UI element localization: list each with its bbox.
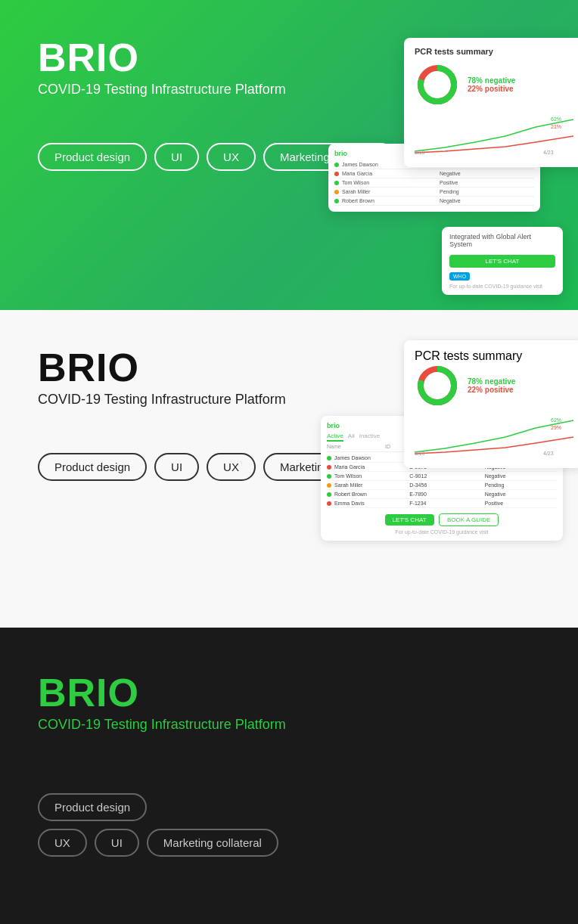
status-dot-green	[334, 163, 339, 167]
mockup-green: PCR tests summary 78% negative 22% posit…	[328, 38, 578, 295]
donut-chart-white	[415, 363, 460, 408]
donut-chart-green	[415, 62, 460, 107]
tag-product-design-white[interactable]: Product design	[38, 453, 147, 481]
tags-row-2: UX UI Marketing collateral	[38, 829, 540, 857]
footer-note-green: For up-to-date COVID-19 guidance visit	[449, 284, 555, 289]
legend-positive-white: 22% positive	[468, 386, 515, 394]
status-dot-red	[334, 172, 339, 176]
lets-chat-button[interactable]: LET'S CHAT	[449, 255, 555, 268]
tab-inactive[interactable]: Inactive	[359, 433, 381, 442]
tag-ui-green[interactable]: UI	[154, 143, 199, 171]
table-row-4: Sarah Miller Pending	[334, 188, 534, 197]
svg-text:4/23: 4/23	[543, 150, 554, 155]
svg-text:3/10: 3/10	[415, 150, 425, 155]
pcr-donut-row-green: 78% negative 22% positive	[415, 62, 575, 107]
line-chart-white: 62% 29% 3/10 4/23	[415, 414, 573, 456]
tag-ux-green[interactable]: UX	[207, 143, 256, 171]
tags-dark: Product design UX UI Marketing collatera…	[38, 793, 540, 857]
pcr-legend-white: 78% negative 22% positive	[468, 377, 515, 394]
pcr-donut-row-white: 78% negative 22% positive	[415, 363, 575, 408]
svg-point-2	[427, 74, 448, 95]
legend-positive-green: 22% positive	[468, 85, 515, 93]
tags-row-1: Product design	[38, 793, 540, 821]
pcr-title-white: PCR tests summary	[415, 349, 575, 363]
status-dot-green-3	[334, 199, 339, 203]
lets-chat-row: LET'S CHAT BOOK A GUIDE	[327, 511, 557, 527]
tag-product-design-green[interactable]: Product design	[38, 143, 147, 171]
svg-text:62%: 62%	[551, 417, 561, 423]
table-row-2: Maria Garcia Negative	[334, 169, 534, 178]
table-row-w-3: Tom Wilson C-9012 Negative	[327, 472, 557, 481]
footer-note-white: For up-to-date COVID-19 guidance visit	[327, 529, 557, 535]
status-dot-orange	[334, 190, 339, 194]
brand-subtitle-dark: COVID-19 Testing Infrastructure Platform	[38, 717, 540, 733]
chat-card-green: Integrated with Global Alert System LET'…	[442, 227, 563, 295]
legend-negative-green: 78% negative	[468, 76, 515, 85]
chat-title-green: Integrated with Global Alert System	[449, 233, 555, 248]
lets-chat-button-2[interactable]: LET'S CHAT	[385, 514, 434, 526]
legend-negative-white: 78% negative	[468, 377, 515, 386]
table-row-w-5: Robert Brown E-7890 Negative	[327, 490, 557, 499]
svg-text:62%: 62%	[551, 116, 561, 122]
tag-ux-white[interactable]: UX	[207, 453, 256, 481]
table-row-3: Tom Wilson Positive	[334, 178, 534, 188]
tab-all[interactable]: All	[348, 433, 355, 442]
mockup-white: PCR tests summary 78% negative 22% posit…	[313, 340, 578, 628]
svg-text:3/10: 3/10	[415, 451, 425, 456]
who-badge: WHO	[449, 272, 470, 281]
section-white: BRIO COVID-19 Testing Infrastructure Pla…	[0, 310, 578, 628]
section-dark: BRIO COVID-19 Testing Infrastructure Pla…	[0, 628, 578, 924]
pcr-card-green: PCR tests summary 78% negative 22% posit…	[404, 38, 578, 167]
tag-product-design-dark[interactable]: Product design	[38, 793, 147, 821]
tab-active[interactable]: Active	[327, 433, 343, 442]
table-row-5: Robert Brown Negative	[334, 197, 534, 206]
table-row-w-4: Sarah Miller D-3456 Pending	[327, 481, 557, 490]
brand-title-dark: BRIO	[38, 673, 540, 712]
status-dot-green-2	[334, 181, 339, 185]
svg-point-9	[427, 375, 448, 396]
table-row-w-6: Emma Davis F-1234 Positive	[327, 499, 557, 508]
tag-ux-dark[interactable]: UX	[38, 829, 87, 857]
section-green: BRIO COVID-19 Testing Infrastructure Pla…	[0, 0, 578, 310]
line-chart-green: 62% 21% 3/10 4/23	[415, 113, 573, 155]
svg-text:4/23: 4/23	[543, 451, 554, 456]
tag-ui-dark[interactable]: UI	[95, 829, 139, 857]
tag-marketing-dark[interactable]: Marketing collateral	[147, 829, 278, 857]
book-guide-button[interactable]: BOOK A GUIDE	[439, 513, 499, 526]
svg-text:29%: 29%	[551, 425, 561, 430]
pcr-title-green: PCR tests summary	[415, 47, 575, 56]
pcr-card-white: PCR tests summary 78% negative 22% posit…	[404, 340, 578, 468]
pcr-legend-green: 78% negative 22% positive	[468, 76, 515, 93]
tag-ui-white[interactable]: UI	[154, 453, 199, 481]
svg-text:21%: 21%	[551, 124, 561, 129]
